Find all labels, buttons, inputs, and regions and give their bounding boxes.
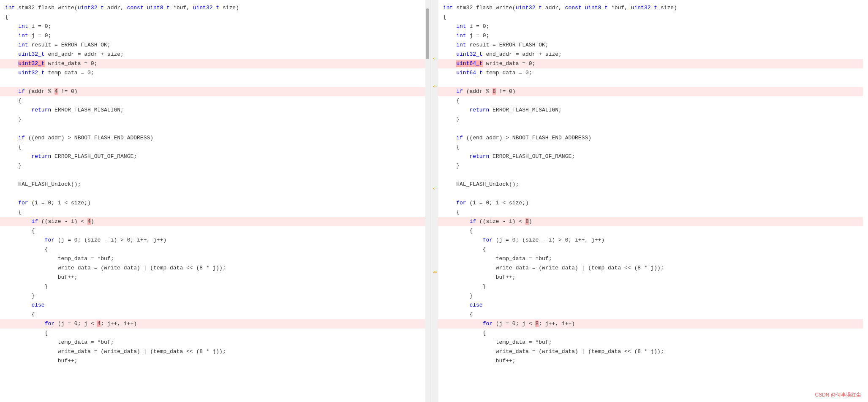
code-text: if (addr % 4 != 0) xyxy=(5,87,78,96)
code-text: uint32_t end_addr = addr + size; xyxy=(5,50,124,59)
code-line: { xyxy=(0,143,425,152)
code-text: int j = 0; xyxy=(443,31,489,41)
code-line: uint32_t write_data = 0; xyxy=(0,59,425,68)
code-text: int i = 0; xyxy=(443,22,489,31)
code-text: for (j = 0; j < 8; j++, i++) xyxy=(443,319,575,329)
code-text: else xyxy=(443,301,483,310)
code-text: } xyxy=(5,115,22,124)
code-line: else xyxy=(0,301,425,310)
code-line: else xyxy=(438,301,863,310)
code-line: } xyxy=(0,282,425,291)
code-line xyxy=(0,171,425,180)
code-text: if ((size - i) < 4) xyxy=(5,217,94,226)
code-text: { xyxy=(5,310,35,319)
code-line: for (j = 0; (size - i) > 0; i++, j++) xyxy=(438,236,863,245)
code-text: uint32_t end_addr = addr + size; xyxy=(443,50,562,59)
code-line: { xyxy=(438,329,863,338)
code-text: } xyxy=(5,282,48,291)
code-text: { xyxy=(443,245,486,254)
code-line xyxy=(438,124,863,133)
code-text: buf++; xyxy=(443,356,516,366)
code-text: return ERROR_FLASH_MISALIGN; xyxy=(443,106,562,115)
diff-arrow: ⇐ xyxy=(433,268,437,276)
code-text: write_data = (write_data) | (temp_data <… xyxy=(5,347,226,356)
code-text: temp_data = *buf; xyxy=(443,254,552,263)
code-text: temp_data = *buf; xyxy=(443,338,552,347)
code-line: { xyxy=(438,226,863,236)
code-text: int stm32_flash_write(uint32_t addr, con… xyxy=(443,3,677,13)
code-text: if ((size - i) < 8) xyxy=(443,217,532,226)
code-line: temp_data = *buf; xyxy=(0,338,425,347)
code-line: for (j = 0; (size - i) > 0; i++, j++) xyxy=(0,236,425,245)
code-text: } xyxy=(5,161,22,171)
code-line: } xyxy=(0,291,425,301)
code-line: if ((size - i) < 8) xyxy=(438,217,863,226)
code-line: uint32_t end_addr = addr + size; xyxy=(438,50,863,59)
left-scrollbar[interactable] xyxy=(425,0,430,402)
code-line: for (j = 0; j < 8; j++, i++) xyxy=(438,319,863,329)
code-line: if (addr % 8 != 0) xyxy=(438,87,863,96)
code-text: { xyxy=(443,208,460,217)
code-line: if (addr % 4 != 0) xyxy=(0,87,425,96)
code-text: write_data = (write_data) | (temp_data <… xyxy=(5,263,226,273)
code-line: int result = ERROR_FLASH_OK; xyxy=(438,41,863,50)
code-text: buf++; xyxy=(5,356,78,366)
code-line: uint32_t end_addr = addr + size; xyxy=(0,50,425,59)
code-line: } xyxy=(0,115,425,124)
left-scrollbar-thumb[interactable] xyxy=(426,8,429,59)
code-text: for (i = 0; i < size;) xyxy=(443,198,529,208)
code-text: buf++; xyxy=(5,273,78,282)
code-line: return ERROR_FLASH_MISALIGN; xyxy=(438,106,863,115)
code-line: buf++; xyxy=(438,356,863,366)
code-text: } xyxy=(5,291,35,301)
code-line: write_data = (write_data) | (temp_data <… xyxy=(0,263,425,273)
code-text: write_data = (write_data) | (temp_data <… xyxy=(443,347,664,356)
code-line: } xyxy=(438,115,863,124)
code-line: { xyxy=(0,96,425,106)
diff-divider: ⇐⇐⇐⇐ xyxy=(430,0,438,402)
code-line: { xyxy=(438,96,863,106)
code-text: } xyxy=(443,161,460,171)
code-line: temp_data = *buf; xyxy=(0,254,425,263)
code-line: { xyxy=(438,245,863,254)
code-line: for (i = 0; i < size;) xyxy=(0,198,425,208)
code-text: uint64_t temp_data = 0; xyxy=(443,68,532,78)
code-text: for (i = 0; i < size;) xyxy=(5,198,91,208)
right-pane: int stm32_flash_write(uint32_t addr, con… xyxy=(438,0,868,402)
code-text: { xyxy=(5,208,22,217)
code-line: HAL_FLASH_Unlock(); xyxy=(438,180,863,189)
code-line: int stm32_flash_write(uint32_t addr, con… xyxy=(438,3,863,13)
code-line: buf++; xyxy=(438,273,863,282)
code-line: uint64_t write_data = 0; xyxy=(438,59,863,68)
code-line: int j = 0; xyxy=(0,31,425,41)
code-text: { xyxy=(5,245,48,254)
code-line: } xyxy=(438,161,863,171)
code-text: uint64_t write_data = 0; xyxy=(443,59,535,68)
code-text: HAL_FLASH_Unlock(); xyxy=(443,180,519,189)
code-line: int i = 0; xyxy=(438,22,863,31)
code-line: write_data = (write_data) | (temp_data <… xyxy=(438,263,863,273)
code-text: if (addr % 8 != 0) xyxy=(443,87,516,96)
code-line: for (i = 0; i < size;) xyxy=(438,198,863,208)
code-text: HAL_FLASH_Unlock(); xyxy=(5,180,81,189)
code-line: write_data = (write_data) | (temp_data <… xyxy=(0,347,425,356)
code-text: { xyxy=(5,226,35,236)
diff-arrow: ⇐ xyxy=(433,184,437,193)
code-line: return ERROR_FLASH_MISALIGN; xyxy=(0,106,425,115)
code-line: int i = 0; xyxy=(0,22,425,31)
code-text: { xyxy=(443,13,446,22)
code-text: { xyxy=(5,143,22,152)
code-text: int stm32_flash_write(uint32_t addr, con… xyxy=(5,3,239,13)
code-text: for (j = 0; j < 4; j++, i++) xyxy=(5,319,137,329)
code-text: { xyxy=(443,310,473,319)
code-text: } xyxy=(443,282,486,291)
code-text: buf++; xyxy=(443,273,516,282)
diff-arrow: ⇐ xyxy=(433,54,437,62)
code-text: return ERROR_FLASH_OUT_OF_RANGE; xyxy=(5,152,137,161)
code-text: { xyxy=(5,96,22,106)
code-line: { xyxy=(0,245,425,254)
code-text: temp_data = *buf; xyxy=(5,254,114,263)
code-text: { xyxy=(5,329,48,338)
code-text: int i = 0; xyxy=(5,22,51,31)
code-line: } xyxy=(438,282,863,291)
